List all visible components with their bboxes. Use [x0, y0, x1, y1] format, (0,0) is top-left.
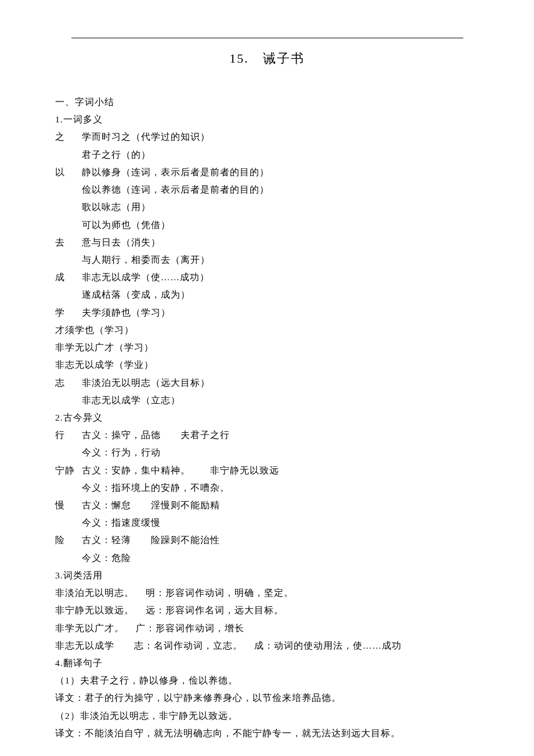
- entry-text: 非学无以广才。 广：形容词作动词，增长: [55, 620, 479, 637]
- entry-row: 宁静古义：安静，集中精神。 非宁静无以致远: [55, 462, 479, 479]
- entry-text: 非淡泊无以明志（远大目标）: [82, 378, 210, 388]
- entry-text: 与人期行，相委而去（离开）: [55, 251, 479, 269]
- entry-row: 之学而时习之（代学过的知识）: [55, 128, 479, 146]
- entry-row: 成非志无以成学（使……成功）: [55, 269, 479, 286]
- entry-row: 学夫学须静也（学习）: [55, 304, 479, 321]
- entry-text: 今义：危险: [55, 549, 479, 567]
- subsection-heading: 1.一词多义: [55, 111, 479, 128]
- entry-text: 可以为师也（凭借）: [55, 216, 479, 234]
- entry-text: 非志无以成学（使……成功）: [82, 272, 210, 282]
- translation-text: 译文：不能淡泊自守，就无法明确志向，不能宁静专一，就无法达到远大目标。: [55, 725, 479, 742]
- entry-row: 慢古义：懈怠 淫慢则不能励精: [55, 497, 479, 514]
- entry-row: 险古义：轻薄 险躁则不能治性: [55, 531, 479, 549]
- word-head: 行: [55, 426, 82, 444]
- translation-source: （1）夫君子之行，静以修身，俭以养德。: [55, 672, 479, 689]
- entry-row: 志非淡泊无以明志（远大目标）: [55, 374, 479, 392]
- entry-text: 古义：轻薄 险躁则不能治性: [82, 535, 220, 545]
- entry-row: 去意与日去（消失）: [55, 234, 479, 251]
- title-name: 诫子书: [263, 51, 305, 66]
- entry-text: 古义：懈怠 淫慢则不能励精: [82, 500, 220, 510]
- document-title: 15.诫子书: [55, 50, 479, 67]
- entry-text: 非学无以广才（学习）: [55, 339, 479, 356]
- entry-text: 歌以咏志（用）: [55, 198, 479, 216]
- translation-text: 译文：君子的行为操守，以宁静来修养身心，以节俭来培养品德。: [55, 689, 479, 707]
- entry-text: 今义：指环境上的安静，不嘈杂。: [55, 479, 479, 497]
- word-head: 成: [55, 269, 82, 286]
- translation-source: （2）非淡泊无以明志，非宁静无以致远。: [55, 707, 479, 725]
- word-head: 学: [55, 304, 82, 321]
- entry-text: 静以修身（连词，表示后者是前者的目的）: [82, 167, 269, 177]
- entry-text: 学而时习之（代学过的知识）: [82, 132, 210, 142]
- entry-text: 非志无以成学（学业）: [55, 356, 479, 374]
- entry-text: 古义：操守，品德 夫君子之行: [82, 430, 230, 440]
- word-head: 以: [55, 164, 82, 181]
- word-head: 之: [55, 128, 82, 146]
- entry-text: 夫学须静也（学习）: [82, 308, 171, 317]
- entry-text: 俭以养德（连词，表示后者是前者的目的）: [55, 181, 479, 198]
- entry-text: 古义：安静，集中精神。 非宁静无以致远: [82, 465, 279, 475]
- entry-row: 行古义：操守，品德 夫君子之行: [55, 426, 479, 444]
- entry-text: 意与日去（消失）: [82, 237, 161, 247]
- subsection-heading: 3.词类活用: [55, 567, 479, 584]
- section-heading: 一、字词小结: [55, 93, 479, 111]
- word-head: 去: [55, 234, 82, 251]
- word-head: 慢: [55, 497, 82, 514]
- word-head: 宁静: [55, 462, 82, 479]
- entry-text: 遂成枯落（变成，成为）: [55, 286, 479, 303]
- entry-text: 非宁静无以致远。 远：形容词作名词，远大目标。: [55, 602, 479, 619]
- document-body: 一、字词小结 1.一词多义 之学而时习之（代学过的知识） 君子之行（的） 以静以…: [55, 93, 479, 742]
- entry-row: 以静以修身（连词，表示后者是前者的目的）: [55, 164, 479, 181]
- entry-text: 非淡泊无以明志。 明：形容词作动词，明确，坚定。: [55, 584, 479, 602]
- entry-text: 非志无以成学（立志）: [55, 392, 479, 409]
- entry-text: 君子之行（的）: [55, 146, 479, 164]
- entry-text: 才须学也（学习）: [55, 321, 479, 339]
- title-number: 15.: [229, 51, 249, 66]
- header-rule: [71, 38, 463, 38]
- entry-text: 今义：指速度缓慢: [55, 514, 479, 531]
- entry-text: 今义：行为，行动: [55, 444, 479, 461]
- word-head: 险: [55, 531, 82, 549]
- subsection-heading: 4.翻译句子: [55, 654, 479, 672]
- word-head: 志: [55, 374, 82, 392]
- subsection-heading: 2.古今异义: [55, 409, 479, 426]
- document-page: 15.诫子书 一、字词小结 1.一词多义 之学而时习之（代学过的知识） 君子之行…: [0, 0, 534, 756]
- entry-text: 非志无以成学 志：名词作动词，立志。 成：动词的使动用法，使……成功: [55, 637, 479, 654]
